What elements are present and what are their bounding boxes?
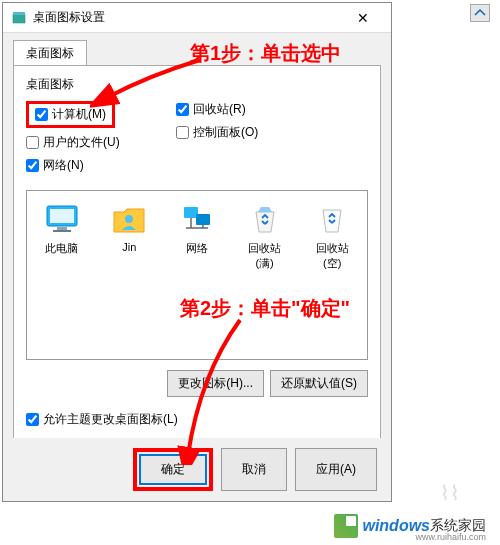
icon-label-jin: Jin bbox=[105, 241, 155, 253]
checkbox-theme[interactable] bbox=[26, 413, 39, 426]
svg-rect-8 bbox=[196, 214, 210, 225]
svg-rect-7 bbox=[184, 207, 198, 218]
icon-item-recycle-empty[interactable]: 回收站(空) bbox=[307, 201, 357, 271]
tab-content: 桌面图标 计算机(M) 用户的文件(U) 网络(N) bbox=[13, 65, 381, 475]
label-control: 控制面板(O) bbox=[193, 124, 258, 141]
checkbox-user-files[interactable] bbox=[26, 136, 39, 149]
icon-item-thispc[interactable]: 此电脑 bbox=[37, 201, 87, 256]
scroll-indicator bbox=[470, 4, 490, 22]
recycle-empty-icon bbox=[314, 201, 350, 237]
checkbox-grid: 计算机(M) 用户的文件(U) 网络(N) 回收站(R) bbox=[26, 101, 368, 180]
window-title: 桌面图标设置 bbox=[33, 9, 343, 26]
tabs: 桌面图标 bbox=[13, 39, 381, 65]
dialog-buttons: 确定 取消 应用(A) bbox=[3, 438, 391, 501]
icon-label-recycle-full: 回收站(满) bbox=[240, 241, 290, 271]
svg-point-6 bbox=[125, 215, 133, 223]
icon-item-recycle-full[interactable]: 回收站(满) bbox=[240, 201, 290, 271]
svg-rect-5 bbox=[53, 230, 71, 232]
icon-label-recycle-empty: 回收站(空) bbox=[307, 241, 357, 271]
title-bar: 桌面图标设置 ✕ bbox=[3, 3, 391, 33]
watermark: windows 系统家园 www.ruihaifu.com bbox=[330, 512, 490, 540]
icon-item-network[interactable]: 网络 bbox=[172, 201, 222, 256]
label-recycle: 回收站(R) bbox=[193, 101, 246, 118]
svg-rect-4 bbox=[57, 227, 67, 230]
watermark-url: www.ruihaifu.com bbox=[415, 532, 486, 542]
label-network: 网络(N) bbox=[43, 157, 84, 174]
label-user-files: 用户的文件(U) bbox=[43, 134, 120, 151]
change-icon-button[interactable]: 更改图标(H)... bbox=[167, 370, 264, 397]
highlight-computer: 计算机(M) bbox=[26, 101, 115, 128]
cancel-button[interactable]: 取消 bbox=[221, 448, 287, 491]
icons-preview: 此电脑 Jin 网络 回收站(满) bbox=[26, 190, 368, 360]
ok-button[interactable]: 确定 bbox=[139, 454, 207, 485]
icon-buttons-row: 更改图标(H)... 还原默认值(S) bbox=[26, 370, 368, 397]
checkbox-computer[interactable] bbox=[35, 108, 48, 121]
icon-label-thispc: 此电脑 bbox=[37, 241, 87, 256]
watermark-logo-icon bbox=[334, 514, 358, 538]
user-folder-icon bbox=[111, 201, 147, 237]
tab-desktop-icons[interactable]: 桌面图标 bbox=[13, 40, 87, 66]
svg-rect-1 bbox=[13, 12, 25, 15]
section-label: 桌面图标 bbox=[26, 76, 368, 93]
apply-button[interactable]: 应用(A) bbox=[295, 448, 377, 491]
network-icon bbox=[179, 201, 215, 237]
svg-rect-3 bbox=[50, 209, 74, 223]
svg-rect-0 bbox=[13, 14, 25, 23]
icon-label-network: 网络 bbox=[172, 241, 222, 256]
monitor-icon bbox=[44, 201, 80, 237]
recycle-full-icon bbox=[247, 201, 283, 237]
label-computer: 计算机(M) bbox=[52, 106, 106, 123]
checkbox-recycle[interactable] bbox=[176, 103, 189, 116]
checkbox-control[interactable] bbox=[176, 126, 189, 139]
label-theme: 允许主题更改桌面图标(L) bbox=[43, 411, 178, 428]
desktop-icon-settings-dialog: 桌面图标设置 ✕ 桌面图标 桌面图标 计算机(M) 用户的文件(U) bbox=[2, 2, 392, 502]
window-icon bbox=[11, 10, 27, 26]
restore-default-button[interactable]: 还原默认值(S) bbox=[270, 370, 368, 397]
swirl-decoration: ⌇⌇ bbox=[440, 481, 460, 505]
icon-item-jin[interactable]: Jin bbox=[105, 201, 155, 253]
close-button[interactable]: ✕ bbox=[343, 4, 383, 32]
highlight-ok: 确定 bbox=[133, 448, 213, 491]
checkbox-network[interactable] bbox=[26, 159, 39, 172]
